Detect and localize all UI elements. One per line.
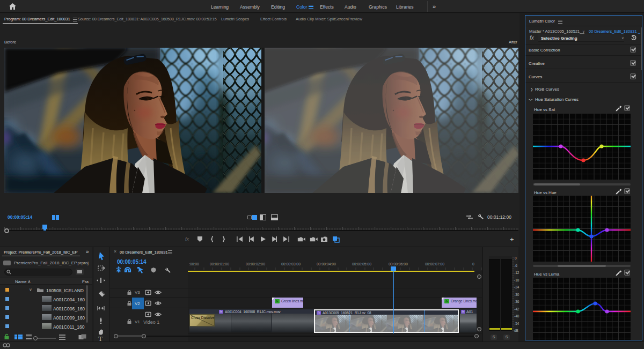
svg-text:dB: dB [514,329,518,332]
svg-text:00:00:03:00: 00:00:03:00 [281,262,301,266]
svg-text:fx: fx [185,236,189,242]
svg-text:00:00:01:00: 00:00:01:00 [210,262,229,266]
svg-text:-6: -6 [514,264,517,268]
svg-text:0: 0 [472,262,474,266]
svg-text:-12: -12 [514,271,519,274]
svg-text:-36: -36 [514,300,519,303]
svg-text:-24: -24 [514,285,519,289]
svg-text:-42: -42 [514,307,519,311]
svg-text:-18: -18 [514,278,519,282]
svg-text:0: 0 [515,256,517,260]
svg-text:-48: -48 [514,314,519,318]
svg-text:T: T [98,335,103,341]
svg-text:-54: -54 [514,322,519,325]
svg-text:00:00:04:00: 00:00:04:00 [317,262,336,266]
svg-text::00:00: :00:00 [189,262,199,266]
svg-text:00:00:05:00: 00:00:05:00 [352,262,371,266]
svg-text:00:00:06:00: 00:00:06:00 [389,262,408,266]
svg-text:-30: -30 [514,293,519,296]
svg-text:00:00:07:00: 00:00:07:00 [425,262,444,266]
svg-text:00:00:02:00: 00:00:02:00 [246,262,265,266]
